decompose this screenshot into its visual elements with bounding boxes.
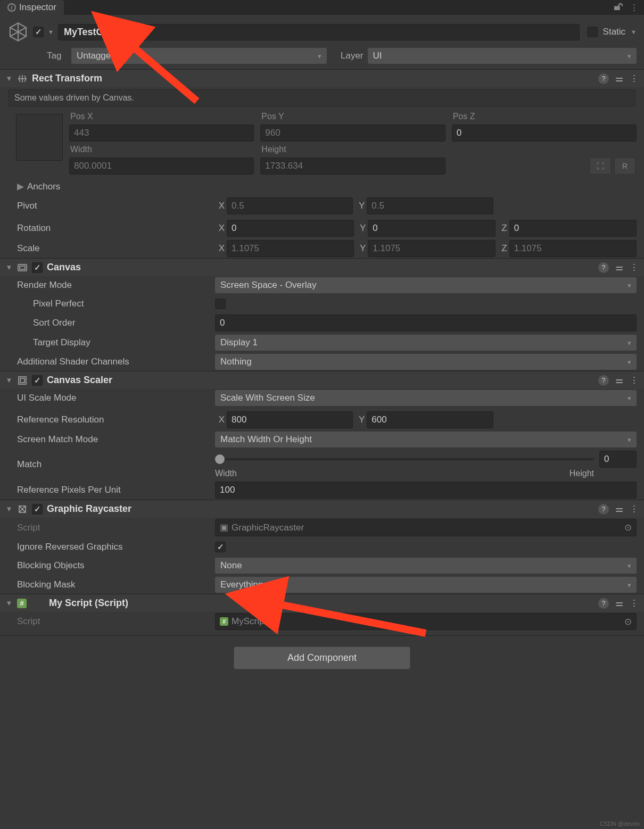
raw-edit-button[interactable]: R xyxy=(614,157,635,175)
posz-label: Pos Z xyxy=(452,112,637,121)
match-value-field[interactable]: 0 xyxy=(599,451,637,468)
canvas-enabled-checkbox[interactable] xyxy=(32,262,43,273)
ignore-rev-label: Ignore Reversed Graphics xyxy=(7,540,210,554)
preset-icon[interactable]: ⚌ xyxy=(615,375,623,386)
height-field[interactable]: 1733.634 xyxy=(260,157,445,175)
width-label: Width xyxy=(69,145,254,154)
add-component-button[interactable]: Add Component xyxy=(234,646,410,669)
addl-channels-dropdown[interactable]: Nothing xyxy=(215,354,637,370)
pivot-y-field[interactable]: 0.5 xyxy=(367,197,493,214)
rot-y-field[interactable]: 0 xyxy=(368,220,495,237)
context-menu-icon[interactable]: ⋮ xyxy=(630,262,639,273)
help-icon[interactable]: ? xyxy=(598,598,609,609)
posx-field[interactable]: 443 xyxy=(69,125,254,142)
script-field: # MyScript ⊙ xyxy=(215,613,637,630)
addl-channels-label: Additional Shader Channels xyxy=(7,354,210,369)
gameobject-header: ▼ MyTestObject Static ▼ xyxy=(0,15,644,46)
pivot-x-field[interactable]: 0.5 xyxy=(227,197,353,214)
help-icon[interactable]: ? xyxy=(598,73,609,84)
target-display-dropdown[interactable]: Display 1 xyxy=(215,335,637,351)
blocking-mask-dropdown[interactable]: Everything xyxy=(215,577,637,593)
sort-order-label: Sort Order xyxy=(7,316,210,330)
scale-x-field[interactable]: 1.1075 xyxy=(227,240,354,257)
script-label: Script xyxy=(7,520,210,535)
scale-mode-dropdown[interactable]: Scale With Screen Size xyxy=(215,390,637,406)
canvas-scaler-component: ▼ Canvas Scaler ? ⚌ ⋮ UI Scale Mode Scal… xyxy=(0,371,644,500)
csharp-script-icon: # xyxy=(17,599,27,608)
scaler-enabled-checkbox[interactable] xyxy=(32,375,43,386)
scale-z-field[interactable]: 1.1075 xyxy=(509,240,637,257)
preset-icon[interactable]: ⚌ xyxy=(615,262,623,273)
help-icon[interactable]: ? xyxy=(598,375,609,386)
tag-layer-row: Tag Untagged Layer UI xyxy=(0,46,644,69)
component-title: Canvas xyxy=(47,262,594,273)
raycaster-enabled-checkbox[interactable] xyxy=(32,504,43,515)
context-menu-icon[interactable]: ⋮ xyxy=(630,375,639,386)
match-slider[interactable] xyxy=(215,458,594,460)
object-picker-icon[interactable]: ⊙ xyxy=(624,616,632,627)
foldout-icon[interactable]: ▼ xyxy=(5,376,13,384)
anchor-presets-button[interactable] xyxy=(16,114,63,161)
ref-res-label: Reference Resolution xyxy=(7,412,210,427)
posy-field[interactable]: 960 xyxy=(260,125,445,142)
width-field[interactable]: 800.0001 xyxy=(69,157,254,175)
script-label: Script xyxy=(7,614,210,629)
component-title: My Script (Script) xyxy=(49,598,594,609)
context-menu-icon[interactable]: ⋮ xyxy=(630,598,639,609)
context-menu-icon[interactable]: ⋮ xyxy=(630,73,639,84)
ref-x-field[interactable]: 800 xyxy=(227,411,353,428)
preset-icon[interactable]: ⚌ xyxy=(615,73,623,84)
render-mode-dropdown[interactable]: Screen Space - Overlay xyxy=(215,277,637,293)
chevron-down-icon[interactable]: ▼ xyxy=(48,29,54,35)
ref-ppu-label: Reference Pixels Per Unit xyxy=(7,483,210,498)
svg-rect-2 xyxy=(19,377,26,384)
canvas-component: ▼ Canvas ? ⚌ ⋮ Render Mode Screen Space … xyxy=(0,258,644,371)
inspector-tab[interactable]: i Inspector xyxy=(0,0,64,15)
rot-z-field[interactable]: 0 xyxy=(509,220,637,237)
static-label: Static xyxy=(602,27,627,37)
gameobject-icon[interactable] xyxy=(7,21,29,43)
blocking-obj-dropdown[interactable]: None xyxy=(215,558,637,574)
preset-icon[interactable]: ⚌ xyxy=(615,598,623,609)
static-dropdown-icon[interactable]: ▼ xyxy=(631,29,637,35)
help-icon[interactable]: ? xyxy=(598,262,609,273)
preset-icon[interactable]: ⚌ xyxy=(615,503,623,515)
ignore-rev-checkbox[interactable] xyxy=(215,542,226,552)
pixel-perfect-checkbox[interactable] xyxy=(215,299,226,309)
ref-ppu-field[interactable]: 100 xyxy=(215,482,637,499)
layer-label: Layer xyxy=(341,51,364,61)
foldout-icon[interactable]: ▼ xyxy=(5,505,13,513)
rotation-label: Rotation xyxy=(7,221,210,236)
layer-dropdown[interactable]: UI xyxy=(368,48,637,64)
svg-rect-3 xyxy=(20,378,24,383)
ref-y-field[interactable]: 600 xyxy=(367,411,493,428)
object-name-input[interactable]: MyTestObject xyxy=(58,24,580,40)
tab-bar: i Inspector 🔓︎ ⋮ xyxy=(0,0,644,15)
context-menu-icon[interactable]: ⋮ xyxy=(630,503,639,515)
help-icon[interactable]: ? xyxy=(598,504,609,515)
pixel-perfect-label: Pixel Perfect xyxy=(7,296,210,311)
rot-x-field[interactable]: 0 xyxy=(227,220,354,237)
blueprint-button[interactable]: ⛶ xyxy=(590,157,611,175)
rect-transform-component: ▼ Rect Transform ? ⚌ ⋮ Some values drive… xyxy=(0,69,644,258)
scale-y-field[interactable]: 1.1075 xyxy=(368,240,495,257)
tag-dropdown[interactable]: Untagged xyxy=(71,48,327,64)
match-mode-dropdown[interactable]: Match Width Or Height xyxy=(215,432,637,447)
graphic-raycaster-icon xyxy=(17,504,28,515)
tab-menu-icon[interactable]: ⋮ xyxy=(630,2,639,13)
posz-field[interactable]: 0 xyxy=(452,125,637,142)
object-picker-icon[interactable]: ⊙ xyxy=(624,522,632,533)
scale-label: Scale xyxy=(7,241,210,256)
enabled-checkbox[interactable] xyxy=(33,27,44,37)
height-label: Height xyxy=(260,145,445,154)
foldout-icon[interactable]: ▼ xyxy=(5,74,13,82)
foldout-icon[interactable]: ▼ xyxy=(5,263,13,271)
foldout-icon[interactable]: ▼ xyxy=(5,599,13,607)
sort-order-field[interactable]: 0 xyxy=(215,314,637,331)
lock-icon[interactable]: 🔓︎ xyxy=(614,2,623,13)
static-checkbox[interactable] xyxy=(587,27,598,37)
pivot-label: Pivot xyxy=(7,198,210,213)
scale-mode-label: UI Scale Mode xyxy=(7,391,210,405)
anchors-foldout[interactable]: ▶Anchors xyxy=(7,179,210,194)
render-mode-label: Render Mode xyxy=(7,278,210,293)
